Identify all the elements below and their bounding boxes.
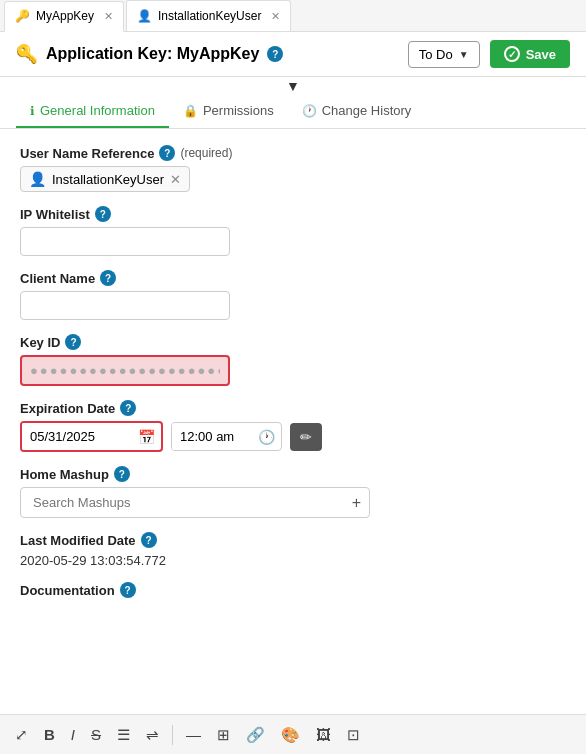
nav-tabs: ℹ General Information 🔒 Permissions 🕐 Ch… bbox=[0, 95, 586, 129]
clock-icon-button[interactable]: 🕐 bbox=[252, 425, 281, 449]
clear-datetime-button[interactable]: ✏ bbox=[290, 423, 322, 451]
page-header: 🔑 Application Key: MyAppKey ? To Do ▼ ✓ … bbox=[0, 32, 586, 77]
tab-installationkeyuser-label: InstallationKeyUser bbox=[158, 9, 261, 23]
client-name-help-icon[interactable]: ? bbox=[100, 270, 116, 286]
tab-general-label: General Information bbox=[40, 103, 155, 118]
tab-change-history[interactable]: 🕐 Change History bbox=[288, 95, 426, 128]
date-input-wrapper: 📅 bbox=[20, 421, 163, 452]
user-name-reference-group: User Name Reference ? (required) 👤 Insta… bbox=[20, 145, 566, 192]
tab-user-icon: 👤 bbox=[137, 9, 152, 23]
ip-whitelist-help-icon[interactable]: ? bbox=[95, 206, 111, 222]
tab-key-icon: 🔑 bbox=[15, 9, 30, 23]
tab-general-information[interactable]: ℹ General Information bbox=[16, 95, 169, 128]
client-name-group: Client Name ? bbox=[20, 270, 566, 320]
expiration-row: 📅 🕐 ✏ bbox=[20, 421, 566, 452]
ip-whitelist-label: IP Whitelist ? bbox=[20, 206, 566, 222]
tab-myappkey-close[interactable]: ✕ bbox=[104, 10, 113, 23]
table-button[interactable]: ⊞ bbox=[212, 722, 235, 748]
expiration-date-label: Expiration Date ? bbox=[20, 400, 566, 416]
expiration-date-input[interactable] bbox=[22, 423, 132, 450]
form-content: User Name Reference ? (required) 👤 Insta… bbox=[0, 129, 586, 628]
tab-myappkey[interactable]: 🔑 MyAppKey ✕ bbox=[4, 1, 124, 32]
required-text: (required) bbox=[180, 146, 232, 160]
home-mashup-group: Home Mashup ? + bbox=[20, 466, 566, 518]
search-mashup-wrapper: + bbox=[20, 487, 370, 518]
user-name-help-icon[interactable]: ? bbox=[159, 145, 175, 161]
fullscreen-button[interactable]: ⊡ bbox=[342, 722, 365, 748]
tab-installationkeyuser[interactable]: 👤 InstallationKeyUser ✕ bbox=[126, 0, 291, 31]
list-button[interactable]: ☰ bbox=[112, 722, 135, 748]
user-tag-close[interactable]: ✕ bbox=[170, 172, 181, 187]
documentation-group: Documentation ? bbox=[20, 582, 566, 598]
header-help-icon[interactable]: ? bbox=[267, 46, 283, 62]
key-id-help-icon[interactable]: ? bbox=[65, 334, 81, 350]
save-button[interactable]: ✓ Save bbox=[490, 40, 570, 68]
info-icon: ℹ bbox=[30, 104, 35, 118]
home-mashup-label: Home Mashup ? bbox=[20, 466, 566, 482]
documentation-help-icon[interactable]: ? bbox=[120, 582, 136, 598]
tab-permissions-label: Permissions bbox=[203, 103, 274, 118]
italic-button[interactable]: I bbox=[66, 722, 80, 747]
key-id-input[interactable] bbox=[20, 355, 230, 386]
indent-button[interactable]: ⇌ bbox=[141, 722, 164, 748]
last-modified-group: Last Modified Date ? 2020-05-29 13:03:54… bbox=[20, 532, 566, 568]
tab-permissions[interactable]: 🔒 Permissions bbox=[169, 95, 288, 128]
search-mashup-input[interactable] bbox=[29, 488, 352, 517]
save-label: Save bbox=[526, 47, 556, 62]
header-title-text: Application Key: MyAppKey bbox=[46, 45, 259, 63]
expiration-time-input[interactable] bbox=[172, 423, 252, 450]
calendar-icon-button[interactable]: 📅 bbox=[132, 425, 161, 449]
todo-button[interactable]: To Do ▼ bbox=[408, 41, 480, 68]
expand-button[interactable]: ⤢ bbox=[10, 722, 33, 748]
header-key-icon: 🔑 bbox=[16, 43, 38, 65]
link-button[interactable]: 🔗 bbox=[241, 722, 270, 748]
user-tag: 👤 InstallationKeyUser ✕ bbox=[20, 166, 190, 192]
page-title: 🔑 Application Key: MyAppKey ? bbox=[16, 43, 398, 65]
hr-button[interactable]: — bbox=[181, 722, 206, 747]
expiration-date-group: Expiration Date ? 📅 🕐 ✏ bbox=[20, 400, 566, 452]
client-name-label: Client Name ? bbox=[20, 270, 566, 286]
image-button[interactable]: 🖼 bbox=[311, 722, 336, 747]
bold-button[interactable]: B bbox=[39, 722, 60, 747]
color-button[interactable]: 🎨 bbox=[276, 722, 305, 748]
ip-whitelist-input[interactable] bbox=[20, 227, 230, 256]
clock-icon: 🕐 bbox=[302, 104, 317, 118]
documentation-label: Documentation ? bbox=[20, 582, 566, 598]
user-tag-value: InstallationKeyUser bbox=[52, 172, 164, 187]
key-id-group: Key ID ? bbox=[20, 334, 566, 386]
sub-nav-arrow: ▼ bbox=[0, 77, 586, 95]
home-mashup-help-icon[interactable]: ? bbox=[114, 466, 130, 482]
bottom-toolbar: ⤢ B I S ☰ ⇌ — ⊞ 🔗 🎨 🖼 ⊡ bbox=[0, 714, 586, 754]
last-modified-value: 2020-05-29 13:03:54.772 bbox=[20, 553, 566, 568]
tab-history-label: Change History bbox=[322, 103, 412, 118]
client-name-input[interactable] bbox=[20, 291, 230, 320]
expiration-help-icon[interactable]: ? bbox=[120, 400, 136, 416]
save-check-icon: ✓ bbox=[504, 46, 520, 62]
user-name-label: User Name Reference ? (required) bbox=[20, 145, 566, 161]
chevron-down-icon: ▼ bbox=[459, 49, 469, 60]
lock-icon: 🔒 bbox=[183, 104, 198, 118]
add-mashup-button[interactable]: + bbox=[352, 494, 361, 512]
tabs-bar: 🔑 MyAppKey ✕ 👤 InstallationKeyUser ✕ bbox=[0, 0, 586, 32]
tab-myappkey-label: MyAppKey bbox=[36, 9, 94, 23]
last-modified-label: Last Modified Date ? bbox=[20, 532, 566, 548]
key-id-label: Key ID ? bbox=[20, 334, 566, 350]
time-input-wrapper: 🕐 bbox=[171, 422, 282, 451]
tab-installationkeyuser-close[interactable]: ✕ bbox=[271, 10, 280, 23]
todo-label: To Do bbox=[419, 47, 453, 62]
ip-whitelist-group: IP Whitelist ? bbox=[20, 206, 566, 256]
last-modified-help-icon[interactable]: ? bbox=[141, 532, 157, 548]
toolbar-separator-1 bbox=[172, 725, 173, 745]
strikethrough-button[interactable]: S bbox=[86, 722, 106, 747]
user-avatar-icon: 👤 bbox=[29, 171, 46, 187]
